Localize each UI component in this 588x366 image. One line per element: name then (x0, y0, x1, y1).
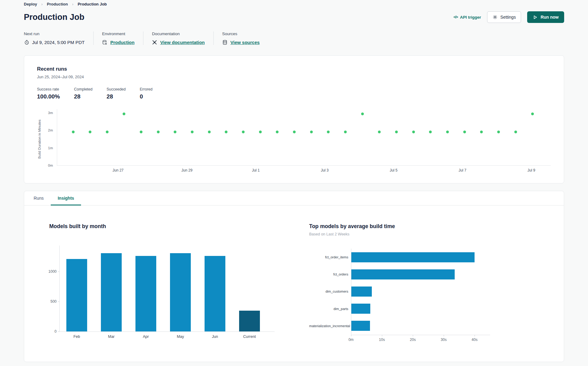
meta-environment: Environment Production (93, 31, 143, 45)
x-tick-label: Jul 3 (321, 168, 328, 172)
header-actions: </> API trigger Settings Run (453, 11, 564, 23)
x-tick-mark (413, 335, 413, 336)
bar-fct_order_items[interactable] (351, 252, 475, 262)
run-now-button[interactable]: Run now (527, 11, 564, 23)
clock-icon (24, 39, 29, 45)
run-dot[interactable] (191, 131, 194, 133)
models-built-by-month-chart: 05001000FebMarAprMayJunCurrent (49, 244, 294, 342)
run-now-label: Run now (541, 15, 559, 20)
meta-next-run: Next run Jul 9, 2024, 5:00 PM PDT (24, 31, 93, 45)
run-dot[interactable] (157, 131, 160, 133)
bar-dim_parts[interactable] (351, 304, 370, 314)
environment-link[interactable]: Production (110, 40, 135, 45)
bar-fct_orders[interactable] (351, 269, 455, 279)
bar-current[interactable] (239, 311, 260, 331)
run-dot[interactable] (310, 131, 313, 133)
run-dot[interactable] (497, 131, 500, 133)
next-run-value: Jul 9, 2024, 5:00 PM PDT (32, 40, 85, 45)
build-duration-scatter-chart: Build Duration in Minutes0m1m2m3mJun 27J… (37, 109, 552, 174)
x-tick-label: Feb (73, 335, 80, 339)
run-dot[interactable] (463, 131, 466, 133)
stat-completed: Completed 28 (74, 87, 92, 100)
settings-button[interactable]: Settings (487, 11, 521, 23)
meta-sources: Sources View sources (213, 31, 268, 45)
category-label-dim_parts: dim_parts (309, 307, 348, 311)
bar-may[interactable] (170, 253, 191, 331)
page: Deploy › Production › Production Job Pro… (24, 0, 564, 362)
top-models-build-time-chart: fct_order_itemsfct_ordersdim_customersdi… (309, 249, 499, 344)
recent-runs-card: Recent runs Jun 25, 2024–Jul 09, 2024 Su… (24, 55, 564, 183)
bar-feb[interactable] (66, 259, 87, 331)
y-tick-label: 1m (37, 146, 53, 150)
x-tick-label: Jul 1 (252, 168, 260, 172)
stat-success-rate: Success rate 100.00% (37, 87, 60, 100)
chevron-right-icon: › (41, 2, 43, 6)
breadcrumb: Deploy › Production › Production Job (24, 2, 564, 6)
view-sources-link[interactable]: View sources (231, 40, 260, 45)
meta-documentation: Documentation View documentation (143, 31, 213, 45)
insights-panel: Models built by month 05001000FebMarAprM… (24, 205, 564, 344)
y-tick-label: 1000 (48, 269, 57, 274)
x-tick-mark (382, 335, 382, 336)
y-axis-label: Build Duration in Minutes (38, 112, 41, 167)
run-dot[interactable] (412, 131, 415, 133)
bar-apr[interactable] (135, 256, 156, 331)
stat-succeeded: Succeeded 28 (106, 87, 126, 100)
run-dot[interactable] (242, 131, 245, 133)
run-dot[interactable] (259, 131, 262, 133)
recent-runs-title: Recent runs (37, 66, 551, 72)
x-tick-label: Jun 27 (113, 168, 124, 172)
run-dot[interactable] (72, 131, 75, 133)
stat-errored: Errored 0 (140, 87, 153, 100)
bar-dim_customers[interactable] (351, 287, 372, 297)
chart-title-models-built: Models built by month (49, 223, 309, 230)
view-documentation-link[interactable]: View documentation (160, 40, 205, 45)
run-dot[interactable] (514, 131, 517, 133)
x-tick-label: May (177, 335, 184, 339)
tab-runs[interactable]: Runs (27, 191, 51, 205)
chart-subtitle-top-models: Based on Last 2 Weeks (309, 232, 523, 236)
page-header: Production Job </> API trigger Settings (24, 11, 564, 23)
x-tick-label: Jun 29 (181, 168, 192, 172)
y-tick-mark (58, 301, 59, 302)
x-tick-label: Jun (212, 335, 218, 339)
meta-label: Environment (102, 31, 135, 36)
y-tick-label: 0m (37, 164, 53, 167)
breadcrumb-production[interactable]: Production (47, 2, 68, 6)
run-dot[interactable] (208, 131, 211, 133)
tab-insights[interactable]: Insights (51, 191, 81, 205)
bar-jun[interactable] (205, 256, 225, 331)
environment-icon (102, 39, 108, 45)
run-dot[interactable] (344, 131, 347, 133)
x-tick-label: Jul 5 (390, 168, 398, 172)
breadcrumb-deploy[interactable]: Deploy (24, 2, 37, 6)
code-icon: </> (453, 15, 458, 19)
y-tick-mark (58, 331, 59, 332)
x-tick-label: Apr (143, 335, 149, 339)
category-label-dim_customers: dim_customers (309, 290, 348, 293)
recent-runs-stats: Success rate 100.00% Completed 28 Succee… (37, 87, 551, 100)
x-tick-mark (351, 335, 351, 336)
run-dot[interactable] (89, 131, 91, 133)
api-trigger-label: API trigger (460, 15, 481, 20)
run-dot[interactable] (293, 131, 296, 133)
run-dot[interactable] (395, 131, 398, 133)
x-tick-label: Jul 9 (527, 168, 535, 172)
category-label-materialization_incremental: materialization_incremental (309, 324, 348, 328)
api-trigger-link[interactable]: </> API trigger (453, 15, 481, 20)
runs-insights-card: Runs Insights Models built by month 0500… (24, 191, 564, 362)
bar-mar[interactable] (101, 253, 122, 331)
x-tick-mark (444, 335, 444, 336)
chevron-right-icon: › (72, 2, 73, 6)
x-tick-label: 30s (441, 338, 446, 342)
dbt-icon (152, 39, 157, 45)
x-axis (351, 335, 490, 335)
y-tick-label: 0 (48, 329, 57, 334)
gear-icon (492, 14, 498, 20)
run-dot[interactable] (446, 131, 449, 133)
bar-materialization_incremental[interactable] (351, 321, 370, 331)
run-dot[interactable] (106, 131, 109, 133)
run-dot[interactable] (140, 131, 142, 133)
y-axis (59, 246, 60, 331)
x-tick-label: Current (243, 335, 256, 339)
